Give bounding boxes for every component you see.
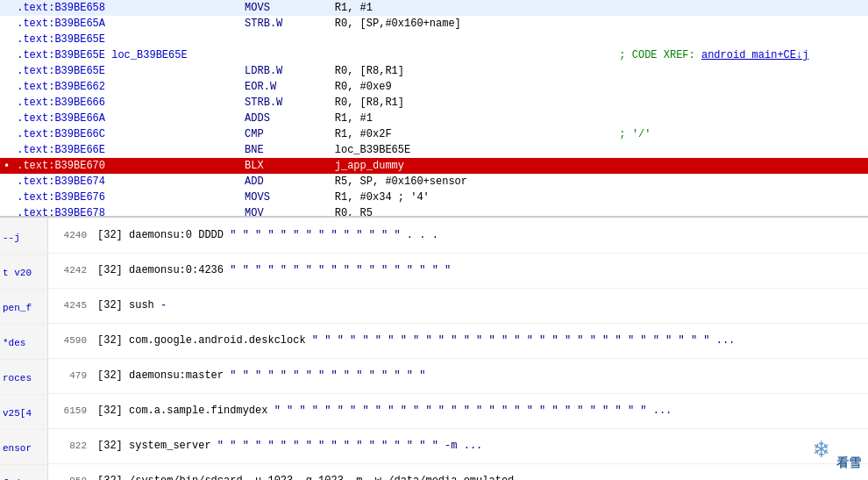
disasm-mnemonic: EOR.W <box>241 79 331 95</box>
disasm-operands: loc_B39BE65E <box>331 142 616 158</box>
disasm-operands: R0, R5 <box>331 205 616 218</box>
dot-indicator <box>0 205 13 218</box>
log-tag: [32] /system/bin/sdcard -u 1023 -g 1023 … <box>92 463 868 480</box>
disasm-comment <box>615 95 868 111</box>
left-panel-item: f des <box>0 465 47 480</box>
log-tag: [32] daemonsu:0:4236 " " " " " " " " " "… <box>92 253 868 288</box>
disasm-addr: .text:B39BE66E <box>13 142 241 158</box>
disasm-addr: .text:B39BE65E <box>13 32 241 47</box>
disasm-addr: .text:B39BE666 <box>13 95 241 111</box>
log-pid: 4590 <box>48 323 92 358</box>
disasm-addr: .text:B39BE674 <box>13 174 241 190</box>
disasm-mnemonic: CMP <box>241 126 331 142</box>
left-panel-item: ensor <box>0 430 47 465</box>
dot-indicator <box>0 126 13 142</box>
disasm-operands: R0, #0xe9 <box>331 79 616 95</box>
log-row: 822[32] system_server " " " " " " " " " … <box>48 428 868 463</box>
disasm-addr: .text:B39BE670 <box>13 158 241 174</box>
log-message: " " " " " " " " " " " " " " " " " " " " … <box>312 334 735 347</box>
disasm-addr: .text:B39BE66C <box>13 126 241 142</box>
log-table: 4240[32] daemonsu:0 DDDD " " " " " " " "… <box>48 218 868 480</box>
disasm-addr: .text:B39BE65A <box>13 16 241 32</box>
disasm-operands <box>331 32 616 47</box>
dot-indicator <box>0 111 13 126</box>
xref-link[interactable]: android_main+CE↓j <box>701 49 808 61</box>
log-pid: 4245 <box>48 288 92 323</box>
log-tag: [32] com.google.android.deskclock " " " … <box>92 323 868 358</box>
log-tag: [32] system_server " " " " " " " " " " "… <box>92 428 868 463</box>
disasm-operands: R1, #1 <box>331 0 616 16</box>
disasm-addr: .text:B39BE65E <box>13 63 241 79</box>
dot-indicator <box>0 16 13 32</box>
disasm-comment <box>615 205 868 218</box>
log-row: 4590[32] com.google.android.deskclock " … <box>48 323 868 358</box>
disasm-addr: .text:B39BE66A <box>13 111 241 126</box>
dot-indicator <box>0 63 13 79</box>
log-row: 4240[32] daemonsu:0 DDDD " " " " " " " "… <box>48 218 868 253</box>
disasm-mnemonic: LDRB.W <box>241 63 331 79</box>
disasm-mnemonic: ADD <box>241 174 331 190</box>
log-tag: [32] sush - <box>92 288 868 323</box>
disasm-operands: j_app_dummy <box>331 158 616 174</box>
log-pid: 958 <box>48 463 92 480</box>
left-panel-item: t v20 <box>0 254 47 290</box>
dot-indicator <box>0 190 13 205</box>
left-panel-item: --j <box>0 219 47 254</box>
disasm-comment <box>615 158 868 174</box>
dot-indicator <box>0 174 13 190</box>
log-message: " " " " " " " " " " " " " " " " <box>230 369 425 382</box>
disasm-mnemonic: MOV <box>241 205 331 218</box>
disasm-operands: R0, [SP,#0x160+name] <box>331 16 616 32</box>
disasm-mnemonic: MOVS <box>241 0 331 16</box>
disasm-comment <box>615 174 868 190</box>
disasm-comment <box>615 16 868 32</box>
log-pid: 4242 <box>48 253 92 288</box>
disasm-mnemonic: ADDS <box>241 111 331 126</box>
log-row: 4245[32] sush - <box>48 288 868 323</box>
disasm-comment: ; CODE XREF: android_main+CE↓j <box>615 47 868 63</box>
log-pid: 6159 <box>48 393 92 428</box>
disasm-table: .text:B39BE658MOVSR1, #1.text:B39BE65AST… <box>0 0 868 218</box>
disasm-mnemonic: STRB.W <box>241 95 331 111</box>
disasm-comment <box>615 111 868 126</box>
disasm-comment <box>615 32 868 47</box>
log-panel: --jt v20pen_f*desrocesv25[4ensorf desv28… <box>0 218 868 480</box>
dot-indicator <box>0 142 13 158</box>
log-message: " " " " " " " " " " " " " " " " " " " " … <box>274 405 672 417</box>
disasm-comment <box>615 0 868 16</box>
left-panel: --jt v20pen_f*desrocesv25[4ensorf desv28… <box>0 218 48 480</box>
disasm-comment <box>615 79 868 95</box>
disasm-addr: .text:B39BE678 <box>13 205 241 218</box>
disasm-mnemonic: BLX <box>241 158 331 174</box>
log-message: " " " " " " " " " " " " " " " " " " <box>230 264 451 276</box>
dot-indicator <box>0 32 13 47</box>
disasm-addr: .text:B39BE662 <box>13 79 241 95</box>
log-message: - <box>160 299 167 312</box>
dot-indicator <box>0 47 13 63</box>
disasm-operands: R1, #0x2F <box>331 126 616 142</box>
disasm-addr: .text:B39BE658 <box>13 0 241 16</box>
disasm-mnemonic <box>241 32 331 47</box>
log-row: 958[32] /system/bin/sdcard -u 1023 -g 10… <box>48 463 868 480</box>
disasm-operands: R0, [R8,R1] <box>331 95 616 111</box>
left-panel-item: roces <box>0 360 47 395</box>
log-pid: 822 <box>48 428 92 463</box>
disasm-panel: .text:B39BE658MOVSR1, #1.text:B39BE65AST… <box>0 0 868 218</box>
disasm-operands: R5, SP, #0x160+sensor <box>331 174 616 190</box>
log-content: 4240[32] daemonsu:0 DDDD " " " " " " " "… <box>48 218 868 480</box>
log-pid: 4240 <box>48 218 92 253</box>
log-tag: [32] com.a.sample.findmydex " " " " " " … <box>92 393 868 428</box>
snowflake-icon: ❄ <box>814 434 829 464</box>
log-row: 6159[32] com.a.sample.findmydex " " " " … <box>48 393 868 428</box>
disasm-operands: R0, [R8,R1] <box>331 63 616 79</box>
disasm-addr: .text:B39BE676 <box>13 190 241 205</box>
disasm-mnemonic <box>241 47 331 63</box>
disasm-comment <box>615 142 868 158</box>
dot-indicator <box>0 95 13 111</box>
disasm-mnemonic: BNE <box>241 142 331 158</box>
dot-indicator <box>0 79 13 95</box>
log-row: 4242[32] daemonsu:0:4236 " " " " " " " "… <box>48 253 868 288</box>
left-panel-item: v25[4 <box>0 395 47 430</box>
log-pid: 479 <box>48 358 92 393</box>
left-panel-item: pen_f <box>0 290 47 325</box>
